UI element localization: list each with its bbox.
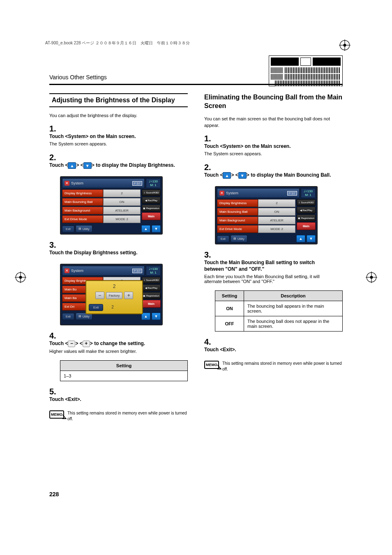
plus-button[interactable]: + — [124, 292, 133, 299]
text: Touch < — [49, 162, 68, 168]
step-subtext: Each time you touch the Main Bouncing Ba… — [204, 274, 332, 284]
sound-kbd-button[interactable]: ♫ Sound/KBD — [297, 199, 316, 206]
param-label: Main Background — [217, 216, 258, 224]
section-heading-brightness: Adjusting the Brightness of the Display — [49, 93, 188, 107]
page-indicator: P 5/7 — [287, 191, 297, 196]
window-title-bar: ✕ System P 5/7 — [217, 188, 300, 198]
print-header: AT-900_e.book 228 ページ ２００８年９月１６日 火曜日 午前１… — [45, 40, 190, 46]
table-cell: The bouncing ball does not appear in the… — [244, 316, 343, 332]
step-number: 1. — [204, 134, 213, 143]
text: > to display the Display Brightness. — [92, 162, 175, 168]
rec-play-button[interactable]: ◀ Rec/Play — [142, 197, 161, 204]
sound-kbd-button[interactable]: ♫ Sound/KBD — [142, 277, 161, 283]
system-screen-screenshot: ✕ System P 5/7 ♩=130 M: 1 Display Bright… — [215, 186, 318, 244]
param-label: Main Bouncing Ball — [217, 208, 258, 216]
window-title: System — [71, 269, 83, 273]
sound-kbd-button[interactable]: ♫ Sound/KBD — [142, 189, 161, 196]
intro-text: You can adjust the brightness of the dis… — [49, 112, 188, 119]
table-header: Setting — [215, 291, 244, 301]
popup-exit-button[interactable]: Exit — [89, 304, 103, 311]
minus-button[interactable]: − — [95, 292, 104, 299]
param-label: Ext Drive Mode — [217, 225, 258, 233]
rec-play-button[interactable]: ◀ Rec/Play — [297, 207, 316, 214]
param-value[interactable]: MODE 2 — [103, 215, 141, 223]
table-header: Description — [244, 291, 343, 301]
on-off-table: Setting Description ON The bouncing ball… — [215, 290, 343, 332]
setting-table: Setting 1–3 — [60, 360, 188, 381]
window-title-bar: ✕ System P 5/7 — [62, 178, 145, 188]
page-up-button[interactable]: ▲ — [296, 235, 305, 242]
close-icon[interactable]: ✕ — [219, 191, 224, 196]
param-value[interactable]: ON — [103, 198, 141, 206]
page-down-button[interactable]: ▼ — [152, 313, 161, 320]
tempo-value: ♩=130 — [147, 267, 159, 271]
step-title: Touch <System> on the Main screen. — [204, 143, 332, 150]
param-label: Display Brightness — [217, 199, 258, 207]
param-value[interactable]: ATELIER — [103, 207, 141, 214]
table-cell: OFF — [215, 316, 244, 332]
close-icon[interactable]: ✕ — [65, 268, 69, 273]
tempo-indicator: ♩=130 M: 1 — [146, 266, 161, 276]
utility-button[interactable]: ▤Utility — [76, 225, 92, 233]
window-title: System — [71, 181, 83, 185]
text: Touch < — [49, 341, 68, 346]
step-title: Touch <System> on the Main screen. — [49, 134, 177, 140]
step-number: 2. — [204, 163, 213, 172]
param-value[interactable]: MODE 2 — [258, 225, 295, 233]
main-button[interactable]: Main — [142, 300, 161, 308]
step-title: Touch <Exit>. — [204, 347, 332, 353]
param-value[interactable]: 2 — [103, 189, 141, 197]
registration-button[interactable]: ▣ Registration — [297, 214, 316, 221]
step-number: 4. — [204, 337, 213, 347]
exit-button[interactable]: Exit — [62, 226, 74, 233]
param-value[interactable]: 2 — [258, 199, 295, 207]
memo-text: This setting remains stored in memory ev… — [222, 361, 343, 372]
step-subtext: The System screen appears. — [204, 151, 332, 156]
intro-text: You can set the main screen so that the … — [204, 115, 343, 129]
exit-button[interactable]: Exit — [62, 313, 74, 320]
page-down-button[interactable]: ▼ — [152, 225, 161, 233]
crop-target-top-icon — [339, 39, 351, 51]
step-title: Touch <▲> <▼> to display the Display Bri… — [49, 162, 177, 169]
main-button[interactable]: Main — [297, 222, 316, 230]
step-number: 5. — [49, 387, 58, 396]
tempo-indicator: ♩=130 M: 1 — [301, 188, 316, 198]
registration-button[interactable]: ▣ Registration — [142, 205, 161, 212]
table-cell: ON — [215, 301, 244, 316]
page-indicator: P 5/7 — [132, 269, 142, 273]
param-label: Ext Drive Mode — [62, 215, 103, 223]
param-value[interactable]: ATELIER — [258, 216, 295, 224]
param-value[interactable]: ON — [258, 208, 295, 216]
utility-label: Utility — [83, 315, 90, 318]
param-label: Main Bouncing Ball — [62, 198, 103, 206]
popup-value-2: 2 — [111, 305, 114, 309]
table-header: Setting — [60, 361, 188, 371]
rec-play-button[interactable]: ◀ Rec/Play — [142, 284, 161, 291]
step-number: 4. — [49, 331, 58, 341]
memo-icon: MEMO — [204, 361, 219, 369]
text: > < — [76, 162, 83, 168]
step-subtext: Higher values will make the screen brigh… — [49, 349, 177, 354]
exit-button[interactable]: Exit — [217, 235, 229, 242]
system-screen-screenshot: ✕ System P 5/7 ♩=130 M: 1 Display Bright… — [60, 176, 163, 235]
utility-label: Utility — [83, 228, 90, 230]
left-column: Adjusting the Brightness of the Display … — [49, 93, 188, 422]
main-button[interactable]: Main — [142, 212, 161, 220]
crop-target-right-icon — [365, 271, 378, 283]
page-down-button[interactable]: ▼ — [307, 235, 316, 242]
memo-text: This setting remains stored in memory ev… — [67, 410, 188, 422]
factory-button[interactable]: Factory — [106, 292, 123, 299]
tempo-value: ♩=130 — [302, 189, 314, 193]
plus-icon: + — [83, 341, 90, 347]
close-icon[interactable]: ✕ — [65, 181, 69, 186]
text: > < — [231, 172, 238, 178]
step-title: Touch the Main Bouncing Ball setting to … — [204, 260, 332, 272]
page-up-button[interactable]: ▲ — [141, 225, 150, 233]
page-number: 228 — [49, 491, 59, 497]
chapter-title: Various Other Settings — [49, 74, 343, 81]
registration-button[interactable]: ▣ Registration — [142, 292, 161, 299]
system-screen-popup-screenshot: ✕ System P 5/7 ♩=130 M: 1 Display Bright… — [60, 264, 163, 325]
right-column: Eliminating the Bouncing Ball from the M… — [204, 93, 343, 422]
utility-button[interactable]: ▤Utility — [231, 235, 247, 242]
up-arrow-icon: ▲ — [68, 162, 76, 169]
